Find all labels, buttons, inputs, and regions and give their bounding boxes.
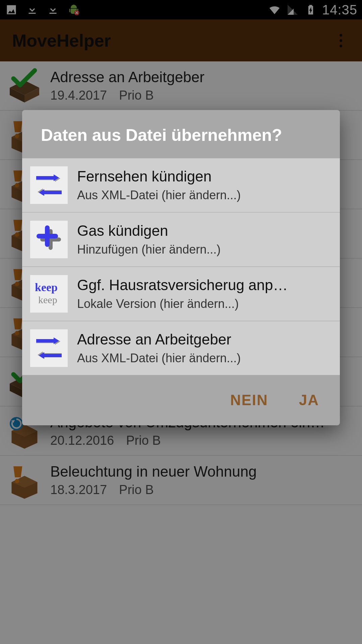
dialog-item-icon: keepkeep xyxy=(30,275,68,313)
svg-text:keep: keep xyxy=(35,281,58,293)
dialog-item[interactable]: Adresse an ArbeitgeberAus XML-Datei (hie… xyxy=(22,321,340,375)
dialog-no-button[interactable]: NEIN xyxy=(230,392,268,409)
dialog-item-sub: Aus XML-Datei (hier ändern...) xyxy=(77,351,332,365)
dialog-item[interactable]: Fernsehen kündigenAus XML-Datei (hier än… xyxy=(22,158,340,213)
import-dialog: Daten aus Datei übernehmen? Fernsehen kü… xyxy=(22,110,340,425)
dialog-item-title: Fernsehen kündigen xyxy=(77,168,332,185)
dialog-item-sub: Hinzufügen (hier ändern...) xyxy=(77,243,332,257)
dialog-item-sub: Lokale Version (hier ändern...) xyxy=(77,297,332,311)
dialog-item[interactable]: Gas kündigenHinzufügen (hier ändern...) xyxy=(22,213,340,267)
dialog-item-sub: Aus XML-Datei (hier ändern...) xyxy=(77,188,332,202)
dialog-item-title: Ggf. Hausratsversicherug anp… xyxy=(77,277,332,293)
dialog-list: Fernsehen kündigenAus XML-Datei (hier än… xyxy=(22,158,340,375)
dialog-item-icon xyxy=(30,329,68,367)
dialog-item-title: Adresse an Arbeitgeber xyxy=(77,331,332,348)
dialog-yes-button[interactable]: JA xyxy=(299,392,319,409)
dialog-title: Daten aus Datei übernehmen? xyxy=(22,110,340,158)
dialog-item[interactable]: keepkeepGgf. Hausratsversicherug anp…Lok… xyxy=(22,267,340,321)
dialog-item-icon xyxy=(30,166,68,204)
svg-text:keep: keep xyxy=(38,294,57,305)
dialog-item-title: Gas kündigen xyxy=(77,222,332,239)
dialog-item-icon xyxy=(30,221,68,258)
